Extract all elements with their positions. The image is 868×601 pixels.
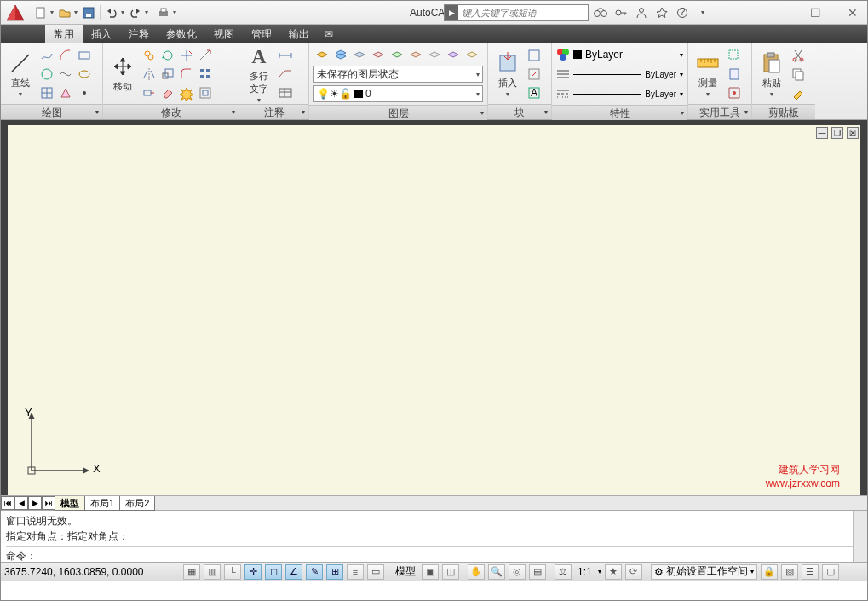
layerstate-combo[interactable]: 未保存的图层状态▾ xyxy=(313,66,483,83)
layermatch-icon[interactable] xyxy=(388,46,405,63)
ortho-toggle[interactable]: └ xyxy=(224,564,241,580)
copy-icon[interactable] xyxy=(141,47,158,64)
array-icon[interactable] xyxy=(197,66,214,83)
select-icon[interactable] xyxy=(726,47,743,64)
region-icon[interactable] xyxy=(57,84,74,101)
infocenter-search[interactable]: ▶ xyxy=(444,4,589,21)
qcalc-icon[interactable] xyxy=(726,66,743,83)
arc-icon[interactable] xyxy=(57,47,74,64)
lock-ui-icon[interactable]: 🔒 xyxy=(761,564,778,580)
move-button[interactable]: 移动 xyxy=(107,47,138,101)
hatch-icon[interactable] xyxy=(38,84,55,101)
qat-redo-icon[interactable] xyxy=(128,5,143,20)
stretch-icon[interactable] xyxy=(141,84,158,101)
vp-minimize-icon[interactable]: — xyxy=(816,127,828,139)
snap-toggle[interactable]: ▦ xyxy=(183,564,200,580)
pan-icon[interactable]: ✋ xyxy=(468,564,485,580)
grid-toggle[interactable]: ▥ xyxy=(204,564,221,580)
minimize-button[interactable]: — xyxy=(768,5,787,20)
table-icon[interactable] xyxy=(277,84,294,101)
spline-icon[interactable] xyxy=(57,66,74,83)
attr-icon[interactable]: A xyxy=(526,84,543,101)
lwt-toggle[interactable]: ≡ xyxy=(347,564,364,580)
layout-quick-icon[interactable]: ▣ xyxy=(422,564,439,580)
cut-icon[interactable] xyxy=(790,47,807,64)
layerwalk-icon[interactable] xyxy=(463,46,480,63)
tab-annotate[interactable]: 注释 xyxy=(120,25,158,43)
binoculars-icon[interactable] xyxy=(593,5,608,20)
point-icon[interactable] xyxy=(76,84,93,101)
tab-output[interactable]: 输出 xyxy=(280,25,318,43)
layer-combo[interactable]: 💡 ☀ 🔓 0▾ xyxy=(313,85,483,102)
workspace-combo[interactable]: ⚙ 初始设置工作空间 ▾ xyxy=(651,564,757,580)
erase-icon[interactable] xyxy=(159,84,176,101)
layout-tab-model[interactable]: 模型 xyxy=(55,496,85,511)
layerfreeze-icon[interactable] xyxy=(351,46,368,63)
tab-manage[interactable]: 管理 xyxy=(243,25,280,43)
command-window[interactable]: 窗口说明无效。 指定对角点：指定对角点： 命令： xyxy=(1,511,867,562)
qp-toggle[interactable]: ▭ xyxy=(367,564,384,580)
annovis-icon[interactable]: ★ xyxy=(605,564,622,580)
offset-icon[interactable] xyxy=(197,84,214,101)
dyn-toggle[interactable]: ⊞ xyxy=(326,564,343,580)
annoauto-icon[interactable]: ⟳ xyxy=(625,564,642,580)
layout-max-icon[interactable]: ◫ xyxy=(442,564,459,580)
explode-icon[interactable] xyxy=(178,84,195,101)
fillet-icon[interactable] xyxy=(178,66,195,83)
layout-tab-2[interactable]: 布局2 xyxy=(119,496,155,511)
favorite-icon[interactable] xyxy=(654,5,670,20)
tab-next-icon[interactable]: ▶ xyxy=(28,496,42,510)
trim-icon[interactable] xyxy=(178,47,195,64)
matchprop-icon[interactable] xyxy=(790,84,807,101)
color-combo[interactable]: ByLayer▾ xyxy=(556,46,683,63)
comm-icon[interactable] xyxy=(634,5,649,20)
rotate-icon[interactable] xyxy=(159,47,176,64)
hardware-icon[interactable]: ▧ xyxy=(781,564,798,580)
cleanscreen-icon[interactable]: ▢ xyxy=(822,564,839,580)
layerprev-icon[interactable] xyxy=(407,46,424,63)
linetype-combo[interactable]: ByLayer▾ xyxy=(556,85,683,102)
ducs-toggle[interactable]: ✎ xyxy=(306,564,323,580)
create-block-icon[interactable] xyxy=(526,47,543,64)
close-button[interactable]: ✕ xyxy=(843,5,862,20)
search-input[interactable] xyxy=(458,8,588,18)
maximize-button[interactable]: ☐ xyxy=(806,5,825,20)
copy-clip-icon[interactable] xyxy=(790,66,807,83)
qat-new-icon[interactable] xyxy=(33,5,49,20)
measure-button[interactable]: 测量▼ xyxy=(693,47,723,101)
drawing-canvas[interactable]: — ❐ ☒ Y X 建筑人学习网 www.jzrxxw.com xyxy=(8,125,860,495)
layerlock-icon[interactable] xyxy=(370,46,387,63)
vp-close-icon[interactable]: ☒ xyxy=(847,127,859,139)
polar-toggle[interactable]: ✛ xyxy=(244,564,262,580)
osnap-toggle[interactable]: ◻ xyxy=(265,564,282,580)
lineweight-combo[interactable]: ByLayer▾ xyxy=(556,66,683,83)
model-space-toggle[interactable]: 模型 xyxy=(393,564,418,579)
line-button[interactable]: 直线▼ xyxy=(5,47,36,101)
otrack-toggle[interactable]: ∠ xyxy=(285,564,302,580)
isolate-icon[interactable]: ☰ xyxy=(802,564,819,580)
mtext-button[interactable]: A 多行 文字▼ xyxy=(244,47,274,101)
scale-icon[interactable] xyxy=(159,66,176,83)
tab-view[interactable]: 视图 xyxy=(205,25,243,43)
tab-first-icon[interactable]: ⏮ xyxy=(1,496,14,510)
qat-save-icon[interactable] xyxy=(81,5,96,20)
tab-last-icon[interactable]: ⏭ xyxy=(42,496,55,510)
annoscale-value[interactable]: 1:1 xyxy=(575,566,595,578)
leader-icon[interactable] xyxy=(277,66,294,83)
layerstate-icon[interactable] xyxy=(445,46,462,63)
tab-prev-icon[interactable]: ◀ xyxy=(14,496,28,510)
zoom-icon[interactable]: 🔍 xyxy=(488,564,505,580)
showmotion-icon[interactable]: ▤ xyxy=(529,564,546,580)
qat-undo-icon[interactable] xyxy=(104,5,119,20)
selectall-icon[interactable] xyxy=(726,84,743,101)
layeriso-icon[interactable] xyxy=(332,46,349,63)
tab-extra-icon[interactable]: ✉ xyxy=(318,25,340,43)
key-icon[interactable] xyxy=(613,5,629,20)
help-icon[interactable]: ? xyxy=(675,5,690,20)
mirror-icon[interactable] xyxy=(141,66,158,83)
tab-home[interactable]: 常用 xyxy=(45,25,83,43)
edit-block-icon[interactable] xyxy=(526,66,543,83)
insert-button[interactable]: 插入▼ xyxy=(492,47,523,101)
dimension-icon[interactable] xyxy=(277,47,294,64)
circle-icon[interactable] xyxy=(38,66,55,83)
